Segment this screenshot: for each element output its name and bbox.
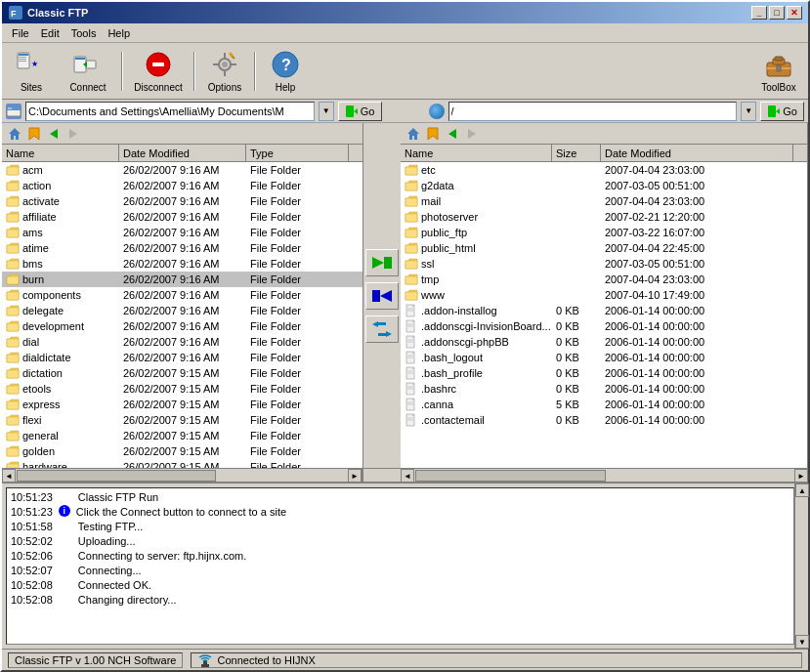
local-file-row[interactable]: etools 26/02/2007 9:15 AM File Folder	[2, 381, 362, 397]
remote-address-input[interactable]	[448, 102, 738, 121]
close-button[interactable]: ✕	[787, 6, 802, 20]
local-file-row[interactable]: general 26/02/2007 9:15 AM File Folder	[2, 428, 362, 443]
local-file-row[interactable]: development 26/02/2007 9:16 AM File Fold…	[2, 318, 362, 334]
remote-file-row[interactable]: .bash_logout 0 KB 2006-01-14 00:00:00	[401, 350, 807, 365]
remote-file-row[interactable]: etc 2007-04-04 23:03:00	[401, 162, 807, 178]
minimize-button[interactable]: _	[751, 6, 767, 20]
transfer-left-button[interactable]	[365, 282, 399, 310]
remote-go-button[interactable]: Go	[760, 102, 804, 121]
app-icon: F	[8, 5, 23, 21]
local-bookmark-btn[interactable]	[25, 125, 43, 143]
log-entry: 10:52:02 Uploading...	[11, 534, 789, 549]
local-file-list[interactable]: acm 26/02/2007 9:16 AM File Folder actio…	[2, 162, 362, 468]
svg-point-15	[222, 62, 228, 67]
log-vscroll-down[interactable]: ▼	[795, 635, 809, 649]
remote-file-row[interactable]: tmp 2007-04-04 23:03:00	[401, 272, 807, 287]
local-address-dropdown[interactable]: ▼	[319, 102, 334, 121]
local-file-row[interactable]: dictation 26/02/2007 9:15 AM File Folder	[2, 365, 362, 381]
local-go-button[interactable]: Go	[338, 102, 382, 121]
local-file-row[interactable]: golden 26/02/2007 9:15 AM File Folder	[2, 443, 362, 459]
remote-file-row[interactable]: ssl 2007-03-05 00:51:00	[401, 256, 807, 272]
local-file-date: 26/02/2007 9:16 AM	[123, 305, 219, 316]
log-time: 10:52:02	[11, 534, 53, 549]
remote-col-date[interactable]: Date Modified	[601, 145, 793, 161]
remote-hscroll-left[interactable]: ◄	[401, 469, 414, 483]
remote-file-row[interactable]: mail 2007-04-04 23:03:00	[401, 193, 807, 209]
local-file-row[interactable]: flexi 26/02/2007 9:15 AM File Folder	[2, 412, 362, 428]
local-file-row[interactable]: dial 26/02/2007 9:16 AM File Folder	[2, 334, 362, 350]
local-file-row[interactable]: express 26/02/2007 9:15 AM File Folder	[2, 397, 362, 412]
local-col-date[interactable]: Date Modified	[119, 145, 246, 161]
local-file-row[interactable]: bms 26/02/2007 9:16 AM File Folder	[2, 256, 362, 272]
toolbar-sep-3	[254, 52, 256, 91]
local-file-date: 26/02/2007 9:15 AM	[123, 367, 219, 379]
remote-file-row[interactable]: .canna 5 KB 2006-01-14 00:00:00	[401, 397, 807, 412]
toolbox-label: ToolBox	[761, 82, 796, 93]
local-address-input[interactable]	[25, 102, 315, 121]
remote-file-date: 2006-01-14 00:00:00	[605, 352, 704, 363]
remote-file-list[interactable]: etc 2007-04-04 23:03:00 g2data 2007-03-0…	[401, 162, 807, 468]
remote-col-size[interactable]: Size	[552, 145, 601, 161]
local-hscroll-left[interactable]: ◄	[2, 469, 16, 483]
local-file-row[interactable]: delegate 26/02/2007 9:16 AM File Folder	[2, 303, 362, 318]
remote-file-row[interactable]: public_ftp 2007-03-22 16:07:00	[401, 225, 807, 240]
local-file-row[interactable]: atime 26/02/2007 9:16 AM File Folder	[2, 240, 362, 256]
local-file-row[interactable]: hardware 26/02/2007 9:15 AM File Folder	[2, 459, 362, 468]
local-file-row[interactable]: ams 26/02/2007 9:16 AM File Folder	[2, 225, 362, 240]
local-hscroll-right[interactable]: ►	[348, 469, 362, 483]
remote-home-btn[interactable]	[405, 125, 422, 143]
remote-file-row[interactable]: .contactemail 0 KB 2006-01-14 00:00:00	[401, 412, 807, 428]
options-button[interactable]: Options	[199, 47, 250, 96]
version-text: Classic FTP v 1.00 NCH Software	[15, 654, 176, 666]
maximize-button[interactable]: □	[769, 6, 785, 20]
local-file-row[interactable]: affiliate 26/02/2007 9:16 AM File Folder	[2, 209, 362, 225]
menu-edit[interactable]: Edit	[35, 25, 65, 41]
local-home-btn[interactable]	[6, 125, 23, 143]
menu-tools[interactable]: Tools	[65, 25, 103, 41]
remote-file-row[interactable]: .addonscgi-phpBB 0 KB 2006-01-14 00:00:0…	[401, 334, 807, 350]
local-file-row[interactable]: dialdictate 26/02/2007 9:16 AM File Fold…	[2, 350, 362, 365]
remote-file-row[interactable]: public_html 2007-04-04 22:45:00	[401, 240, 807, 256]
local-file-row[interactable]: burn 26/02/2007 9:16 AM File Folder	[2, 272, 362, 287]
log-vscroll-up[interactable]: ▲	[795, 483, 809, 497]
remote-forward-btn[interactable]	[463, 125, 481, 143]
transfer-buttons	[363, 123, 401, 468]
connect-button[interactable]: Connect	[59, 47, 117, 96]
remote-file-row[interactable]: g2data 2007-03-05 00:51:00	[401, 178, 807, 193]
local-file-row[interactable]: activate 26/02/2007 9:16 AM File Folder	[2, 193, 362, 209]
remote-file-name: .bashrc	[421, 383, 456, 395]
remote-file-row[interactable]: .addon-installog 0 KB 2006-01-14 00:00:0…	[401, 303, 807, 318]
menu-help[interactable]: Help	[102, 25, 136, 41]
log-panel[interactable]: 10:51:23 Classic FTP Run 10:51:23 i Clic…	[6, 487, 794, 645]
transfer-right-button[interactable]	[365, 249, 399, 276]
remote-file-row[interactable]: .bash_profile 0 KB 2006-01-14 00:00:00	[401, 365, 807, 381]
help-label: Help	[276, 82, 296, 93]
local-file-row[interactable]: acm 26/02/2007 9:16 AM File Folder	[2, 162, 362, 178]
local-file-row[interactable]: action 26/02/2007 9:16 AM File Folder	[2, 178, 362, 193]
menu-file[interactable]: File	[6, 25, 35, 41]
remote-hscroll-right[interactable]: ►	[794, 469, 808, 483]
local-forward-btn[interactable]	[64, 125, 82, 143]
remote-file-row[interactable]: www 2007-04-10 17:49:00	[401, 287, 807, 303]
sites-button[interactable]: ★ Sites	[6, 47, 57, 96]
remote-bookmark-btn[interactable]	[424, 125, 442, 143]
remote-file-row[interactable]: .bashrc 0 KB 2006-01-14 00:00:00	[401, 381, 807, 397]
local-col-type[interactable]: Type	[246, 145, 349, 161]
remote-address-dropdown[interactable]: ▼	[741, 102, 756, 121]
local-file-row[interactable]: components 26/02/2007 9:16 AM File Folde…	[2, 287, 362, 303]
help-button[interactable]: ? Help	[260, 47, 311, 96]
local-hscroll-thumb[interactable]	[17, 470, 216, 482]
local-back-btn[interactable]	[45, 125, 63, 143]
disconnect-button[interactable]: Disconnect	[127, 47, 190, 96]
transfer-both-button[interactable]	[365, 315, 399, 343]
svg-marker-48	[407, 128, 419, 140]
svg-text:F: F	[11, 9, 17, 19]
remote-hscroll-thumb[interactable]	[415, 470, 606, 482]
local-col-name[interactable]: Name	[2, 145, 119, 161]
toolbox-button[interactable]: ToolBox	[753, 47, 804, 96]
remote-file-row[interactable]: photoserver 2007-02-21 12:20:00	[401, 209, 807, 225]
remote-file-row[interactable]: .addonscgi-InvisionBoard... 0 KB 2006-01…	[401, 318, 807, 334]
local-file-type: File Folder	[250, 445, 301, 457]
remote-back-btn[interactable]	[444, 125, 461, 143]
remote-col-name[interactable]: Name	[401, 145, 552, 161]
